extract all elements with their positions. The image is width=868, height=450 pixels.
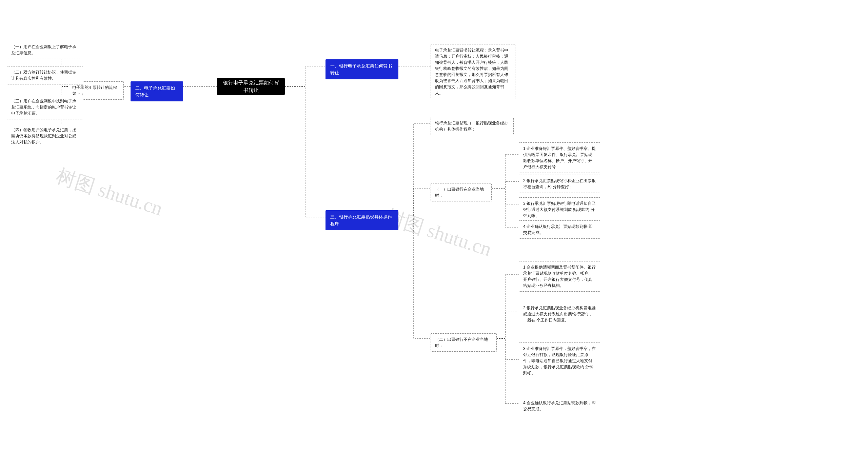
section-3-group-2-item-3-text: 3.企业准备好汇票原件，盖好背书章，在邻近银行打款，贴现银行验证汇票原件，即电话… xyxy=(523,346,596,375)
section-3-group-2-item-4[interactable]: 4.企业确认银行承兑汇票贴现款到帐，即交易完成。 xyxy=(519,397,600,415)
section-2-item-1-text: （一）用户在企业网银上了解电子承兑汇票信息。 xyxy=(11,44,76,55)
section-2-node[interactable]: 二、电子承兑汇票如何转让 xyxy=(131,81,183,101)
section-3-group-2-item-2-text: 2.银行承兑汇票贴现业务经办机构发电函或通过大额支付系统向出票银行查询，一般在 … xyxy=(523,306,596,322)
section-3-group-1-item-3[interactable]: 3.银行承兑汇票贴现银行即电话通知自己银行通过大额支付系统划款 贴现款约 分钟到… xyxy=(519,197,600,222)
section-3-group-1-item-2-text: 2.银行承兑汇票贴现银行和企业在出票银行柜台查询，约 分钟查好； xyxy=(523,178,596,189)
center-node[interactable]: 银行电子承兑汇票如何背书转让 xyxy=(217,78,285,95)
section-3-group-1-item-4-text: 4.企业确认银行承兑汇票贴现款到帐 即交易完成。 xyxy=(523,224,593,235)
section-2-item-2-text: （二）双方签订转让协议，使票据转让具有真实性和有效性。 xyxy=(11,70,76,81)
section-3-title: 三、银行承兑汇票贴现具体操作程序 xyxy=(330,214,394,227)
section-3-group-1-item-1[interactable]: 1.企业准备好汇票原件、盖好背书章、提供清晰票面复印件、银行承兑汇票贴现款收款单… xyxy=(519,142,600,173)
section-3-group-1-item-2[interactable]: 2.银行承兑汇票贴现银行和企业在出票银行柜台查询，约 分钟查好； xyxy=(519,175,600,193)
watermark-right: 树图 shutu.cn xyxy=(382,203,495,263)
watermark-left: 树图 shutu.cn xyxy=(53,163,166,222)
section-1-node[interactable]: 一、银行电子承兑汇票如何背书转让 xyxy=(326,59,398,79)
section-3-group-2-item-4-text: 4.企业确认银行承兑汇票贴现款到帐，即交易完成。 xyxy=(523,400,596,411)
section-1-title: 一、银行电子承兑汇票如何背书转让 xyxy=(330,63,394,76)
section-2-item-4[interactable]: （四）签收用户的电子承兑汇票，按照协议条款将贴现款汇到企业对公或法人对私的帐户。 xyxy=(7,124,83,148)
section-3-intro-text: 银行承兑汇票贴现（非银行贴现业务经办机构）具体操作程序： xyxy=(435,121,508,132)
section-3-node[interactable]: 三、银行承兑汇票贴现具体操作程序 xyxy=(326,210,398,230)
section-3-group-2[interactable]: （二）出票银行不在企业当地时： xyxy=(431,333,497,352)
section-3-group-2-title: （二）出票银行不在企业当地时： xyxy=(435,337,488,348)
section-2-title: 二、电子承兑汇票如何转让 xyxy=(135,85,178,98)
section-2-item-2[interactable]: （二）双方签订转让协议，使票据转让具有真实性和有效性。 xyxy=(7,66,83,84)
section-2-item-3[interactable]: （三）用户在企业网银中找到电子承兑汇票系统，向指定的帐户背书转让电子承兑汇票。 xyxy=(7,95,83,119)
section-3-group-1-title: （一）出票银行在企业当地时： xyxy=(435,187,484,198)
section-2-item-4-text: （四）签收用户的电子承兑汇票，按照协议条款将贴现款汇到企业对公或法人对私的帐户。 xyxy=(11,128,76,144)
section-3-group-2-item-1[interactable]: 1.企业提供清晰票面及背书复印件、银行承兑汇票贴现款收款单位名称、帐户、开户银行… xyxy=(519,261,600,292)
mindmap-canvas: 树图 shutu.cn 树图 shutu.cn xyxy=(0,0,868,450)
section-3-group-2-item-2[interactable]: 2.银行承兑汇票贴现业务经办机构发电函或通过大额支付系统向出票银行查询，一般在 … xyxy=(519,302,600,326)
section-2-intro-text: 电子承兑汇票转让的流程如下： xyxy=(72,85,117,96)
section-3-group-1-item-3-text: 3.银行承兑汇票贴现银行即电话通知自己银行通过大额支付系统划款 贴现款约 分钟到… xyxy=(523,201,596,218)
center-title: 银行电子承兑汇票如何背书转让 xyxy=(222,79,280,94)
section-3-group-1[interactable]: （一）出票银行在企业当地时： xyxy=(431,183,492,201)
section-3-group-2-item-1-text: 1.企业提供清晰票面及背书复印件、银行承兑汇票贴现款收款单位名称、帐户、开户银行… xyxy=(523,265,596,288)
section-1-content-text: 电子承兑汇票背书转让流程：录入背书申请信息；开户行审核；人民银行审核；通知被背书… xyxy=(435,48,508,95)
section-3-group-2-item-3[interactable]: 3.企业准备好汇票原件，盖好背书章，在邻近银行打款，贴现银行验证汇票原件，即电话… xyxy=(519,343,600,379)
section-3-intro[interactable]: 银行承兑汇票贴现（非银行贴现业务经办机构）具体操作程序： xyxy=(431,117,514,135)
section-3-group-1-item-4[interactable]: 4.企业确认银行承兑汇票贴现款到帐 即交易完成。 xyxy=(519,220,600,239)
section-2-item-3-text: （三）用户在企业网银中找到电子承兑汇票系统，向指定的帐户背书转让电子承兑汇票。 xyxy=(11,99,76,116)
section-2-item-1[interactable]: （一）用户在企业网银上了解电子承兑汇票信息。 xyxy=(7,41,83,59)
section-3-group-1-item-1-text: 1.企业准备好汇票原件、盖好背书章、提供清晰票面复印件、银行承兑汇票贴现款收款单… xyxy=(523,146,596,169)
section-1-content[interactable]: 电子承兑汇票背书转让流程：录入背书申请信息；开户行审核；人民银行审核；通知被背书… xyxy=(431,44,515,99)
